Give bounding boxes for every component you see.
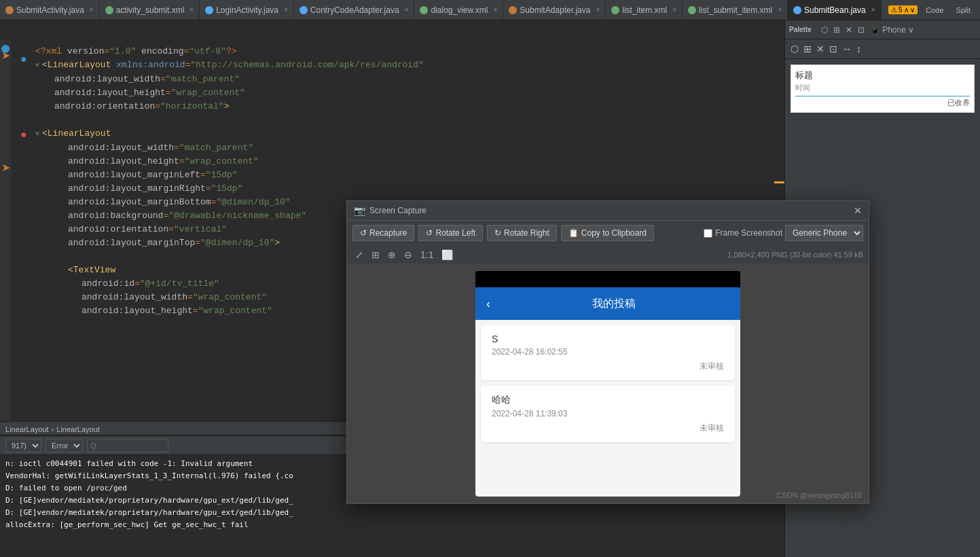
recapture-button[interactable]: ↺ Recapture xyxy=(352,225,414,241)
copy-clipboard-button[interactable]: 📋 Copy to Clipboard xyxy=(561,225,654,241)
tab-close[interactable]: × xyxy=(778,6,782,14)
tab-close[interactable]: × xyxy=(596,6,600,14)
design-icon1[interactable]: ⬡ xyxy=(789,42,800,56)
tab-contry-code-adapter[interactable]: ContryCodeAdapter.java × xyxy=(294,0,415,20)
phone-app-bar: ‹ 我的投稿 xyxy=(475,287,740,320)
tab-close[interactable]: × xyxy=(871,6,875,14)
tab-close[interactable]: × xyxy=(284,6,288,14)
design-icon5[interactable]: ↔ xyxy=(841,42,853,56)
image-info: 1,080×2,400 PNG (32-bit color) 41.59 kB xyxy=(727,251,863,259)
phone-mockup: ‹ 我的投稿 S 2022-04-28 16:02:55 未审核 哈哈 2022… xyxy=(475,271,740,497)
dialog-toolbar: ↺ Recapture ↺ Rotate Left ↻ Rotate Right… xyxy=(347,221,869,246)
code-line: android:layout_height="wrap_content" xyxy=(11,86,795,100)
frame-screenshot-section: Frame Screenshot Generic Phone xyxy=(704,225,863,241)
left-arrow-1: ➤ xyxy=(1,49,10,62)
log-line: allocExtra: [ge_perform_sec_hwc] Get ge_… xyxy=(5,519,779,531)
design-icon3[interactable]: ✕ xyxy=(815,42,826,56)
phone-status-bar xyxy=(475,271,740,287)
design-card-subtitle: 时间 xyxy=(795,83,970,93)
screen-capture-dialog: 📷 Screen Capture ✕ ↺ Recapture ↺ Rotate … xyxy=(346,200,869,504)
design-card-status: 已收养 xyxy=(795,96,970,108)
activity-icon xyxy=(205,6,213,14)
code-line: android:layout_height="wrap_content" xyxy=(11,155,795,168)
actual-size-icon[interactable]: 1:1 xyxy=(418,248,436,262)
rotate-right-button[interactable]: ↻ Rotate Right xyxy=(487,225,557,241)
code-line: android:layout_width="match_parent" xyxy=(11,73,795,86)
activity-icon xyxy=(300,6,308,14)
dialog-title: Screen Capture xyxy=(369,206,850,215)
frame-screenshot-checkbox[interactable] xyxy=(704,229,712,238)
phone-card-2: 哈哈 2022-04-28 11:39:03 未审核 xyxy=(481,386,735,442)
zoom-controls: ⤢ ⊞ ⊕ ⊖ 1:1 ⬜ xyxy=(352,248,456,262)
split-button[interactable]: Split xyxy=(952,5,975,16)
code-button[interactable]: Code xyxy=(922,5,947,16)
xml-icon xyxy=(611,6,619,14)
fold-arrow[interactable]: ▼ xyxy=(35,128,39,141)
tab-submit-adapter[interactable]: SubmitAdapter.java × xyxy=(503,0,606,20)
palette-icon1[interactable]: ⬡ xyxy=(821,25,828,35)
search-input[interactable] xyxy=(87,439,168,452)
line-select[interactable]: 917) xyxy=(5,439,41,452)
grid-icon[interactable]: ⊞ xyxy=(369,248,382,262)
card1-date: 2022-04-28 16:02:55 xyxy=(492,347,724,357)
design-icon2[interactable]: ⊞ xyxy=(802,42,813,56)
code-line: android:layout_marginRight="15dp" xyxy=(11,182,795,196)
fit-icon[interactable]: ⬜ xyxy=(439,248,456,262)
zoom-in-icon[interactable]: ⊕ xyxy=(385,248,399,262)
tab-close[interactable]: × xyxy=(189,6,194,14)
code-line xyxy=(11,113,795,127)
tab-login-activity[interactable]: LoginActivity.java × xyxy=(200,0,294,20)
rotate-left-button[interactable]: ↺ Rotate Left xyxy=(418,225,483,241)
palette-icon3[interactable]: ✕ xyxy=(846,25,852,35)
collapse-dot: ● xyxy=(20,53,27,67)
level-select[interactable]: Error xyxy=(46,439,83,452)
rotate-left-icon: ↺ xyxy=(426,228,433,238)
right-panel-icon-toolbar: ⬡ ⊞ ✕ ⊡ ↔ ↕ xyxy=(785,39,980,59)
fullscreen-icon[interactable]: ⤢ xyxy=(352,248,366,262)
xml-icon xyxy=(688,6,696,14)
recapture-icon: ↺ xyxy=(360,228,367,238)
tab-submit-activity[interactable]: SubmitActivity.java × xyxy=(0,0,100,20)
back-arrow-icon[interactable]: ‹ xyxy=(486,297,490,311)
phone-app-title: 我的投稿 xyxy=(498,297,729,311)
design-preview-area: 标题 时间 已收养 xyxy=(785,59,980,121)
log-line: D: [GE]vendor/mediatek/proprietary/hardw… xyxy=(5,507,779,519)
code-line: android:layout_width="match_parent" xyxy=(11,141,795,155)
tab-close[interactable]: × xyxy=(405,6,409,14)
code-line: android:layout_marginLeft="15dp" xyxy=(11,168,795,182)
card2-status: 未审核 xyxy=(492,423,724,434)
code-line: ▼ <LinearLayout xmlns:android="http://sc… xyxy=(11,58,795,73)
design-icon4[interactable]: ⊡ xyxy=(828,42,839,56)
design-card: 标题 时间 已收养 xyxy=(791,65,975,113)
design-card-title: 标题 xyxy=(795,69,970,82)
card2-date: 2022-04-28 11:39:03 xyxy=(492,409,724,418)
tab-list-submit-item[interactable]: list_submit_item.xml × xyxy=(683,0,788,20)
java-icon xyxy=(509,6,517,14)
frame-screenshot-label: Frame Screenshot xyxy=(715,228,782,238)
tab-close[interactable]: × xyxy=(672,6,676,14)
tab-activity-submit-xml[interactable]: activity_submit.xml × xyxy=(100,0,200,20)
palette-icon2[interactable]: ⊞ xyxy=(833,25,840,35)
zoom-out-icon[interactable]: ⊖ xyxy=(401,248,415,262)
tab-bar: SubmitActivity.java × activity_submit.xm… xyxy=(0,0,980,20)
warning-icon: ⚠ xyxy=(891,6,897,14)
card1-title: S xyxy=(492,334,724,344)
dialog-info-bar: ⤢ ⊞ ⊕ ⊖ 1:1 ⬜ 1,080×2,400 PNG (32-bit co… xyxy=(347,246,869,264)
design-icon6[interactable]: ↕ xyxy=(855,42,863,56)
java-icon xyxy=(5,6,14,14)
palette-icon4[interactable]: ⊡ xyxy=(858,25,865,35)
separator-line xyxy=(774,181,784,183)
ide-container: SubmitActivity.java × activity_submit.xm… xyxy=(0,0,980,557)
tab-list-item[interactable]: list_item.xml × xyxy=(606,0,683,20)
phone-content: S 2022-04-28 16:02:55 未审核 哈哈 2022-04-28 … xyxy=(475,320,740,497)
tab-close[interactable]: × xyxy=(494,6,498,14)
left-arrow-2: ➤ xyxy=(1,161,10,174)
tab-dialog-view[interactable]: dialog_view.xml × xyxy=(414,0,503,20)
tab-close[interactable]: × xyxy=(90,6,94,14)
xml-icon xyxy=(420,6,428,14)
dialog-close-button[interactable]: ✕ xyxy=(854,205,862,216)
fold-arrow[interactable]: ▼ xyxy=(35,59,39,73)
activity-icon xyxy=(793,6,801,14)
phone-type-select[interactable]: Generic Phone xyxy=(785,225,863,241)
tab-submit-bean[interactable]: SubmitBean.java × xyxy=(788,0,882,20)
